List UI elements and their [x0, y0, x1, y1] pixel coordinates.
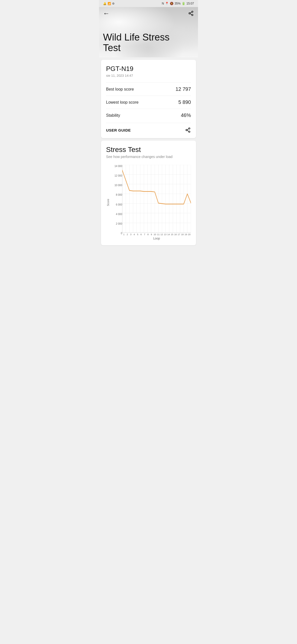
x-tick-7: 7	[143, 233, 146, 236]
x-tick-2: 2	[126, 233, 129, 236]
stress-chart-svg	[122, 165, 191, 233]
hero-title: Wild Life StressTest	[103, 32, 170, 53]
status-bar: 🔔 📶 ⚙ N 📍 🔕 35% 🔋 15:07	[99, 0, 198, 7]
y-axis-label: Score	[106, 165, 110, 240]
notification-icon: 🔔	[103, 2, 107, 5]
stress-test-title: Stress Test	[106, 146, 191, 154]
svg-line-4	[190, 12, 192, 13]
x-tick-20: 20	[187, 233, 191, 236]
x-tick-labels: 1 2 3 4 5 6 7 8 9 10 11 12 13 14 15 16 1…	[122, 233, 191, 236]
best-loop-row: Best loop score 12 797	[106, 83, 191, 96]
lowest-loop-row: Lowest loop score 5 890	[106, 96, 191, 109]
x-tick-3: 3	[129, 233, 133, 236]
y-tick-14000: 14 000	[111, 165, 122, 168]
best-loop-value: 12 797	[176, 86, 191, 92]
x-tick-4: 4	[133, 233, 136, 236]
share-button[interactable]	[188, 10, 194, 16]
x-tick-9: 9	[150, 233, 153, 236]
x-tick-1: 1	[122, 233, 126, 236]
best-loop-label: Best loop score	[106, 87, 134, 92]
x-tick-11: 11	[157, 233, 160, 236]
x-tick-15: 15	[170, 233, 174, 236]
x-tick-5: 5	[136, 233, 140, 236]
svg-line-9	[187, 129, 189, 130]
x-tick-17: 17	[177, 233, 181, 236]
lowest-loop-label: Lowest loop score	[106, 100, 139, 105]
time-display: 15:07	[186, 2, 194, 5]
hero-section: ← Wild Life StressTest	[99, 7, 198, 57]
device-date: sie 11, 2023 14:47	[106, 74, 191, 77]
y-tick-8000: 8 000	[111, 193, 122, 196]
result-card: PGT-N19 sie 11, 2023 14:47 Best loop sco…	[101, 60, 196, 138]
settings-icon: ⚙	[112, 2, 115, 5]
y-tick-10000: 10 000	[111, 184, 122, 187]
stability-value: 46%	[181, 112, 191, 118]
user-guide-row[interactable]: USER GUIDE	[106, 123, 191, 133]
device-name: PGT-N19	[106, 65, 191, 73]
location-icon: 📍	[165, 2, 169, 5]
battery-icon: 🔋	[182, 2, 185, 5]
chart-plot-wrapper: 1 2 3 4 5 6 7 8 9 10 11 12 13 14 15 16 1…	[122, 165, 191, 240]
stress-test-subtitle: See how performance changes under load	[106, 155, 191, 159]
wifi-icon: 📶	[108, 2, 111, 5]
status-left-icons: 🔔 📶 ⚙	[103, 2, 115, 5]
y-tick-labels: 0 2 000 4 000 6 000 8 000 10 000 12 000 …	[111, 165, 122, 240]
user-guide-share-icon[interactable]	[185, 127, 191, 133]
battery-percent: 35%	[175, 2, 181, 5]
user-guide-label[interactable]: USER GUIDE	[106, 128, 131, 132]
nfc-icon: N	[162, 2, 164, 5]
stability-row: Stability 46%	[106, 109, 191, 122]
svg-line-8	[187, 130, 189, 131]
x-tick-6: 6	[139, 233, 143, 236]
y-tick-6000: 6 000	[111, 203, 122, 206]
stability-label: Stability	[106, 113, 120, 118]
x-tick-10: 10	[153, 233, 157, 236]
y-tick-4000: 4 000	[111, 213, 122, 216]
bell-off-icon: 🔕	[170, 2, 174, 5]
svg-line-3	[190, 14, 192, 15]
x-tick-19: 19	[184, 233, 188, 236]
x-tick-12: 12	[160, 233, 163, 236]
status-right-icons: N 📍 🔕 35% 🔋 15:07	[162, 2, 194, 5]
y-tick-2000: 2 000	[111, 222, 122, 225]
x-tick-18: 18	[181, 233, 184, 236]
x-tick-14: 14	[167, 233, 171, 236]
x-tick-13: 13	[163, 233, 167, 236]
x-axis-title: Loop	[122, 237, 191, 240]
chart-svg-container	[122, 165, 191, 233]
lowest-loop-value: 5 890	[178, 99, 191, 105]
hero-navigation: ←	[99, 7, 198, 20]
y-tick-12000: 12 000	[111, 174, 122, 177]
stress-test-card: Stress Test See how performance changes …	[101, 141, 196, 245]
x-tick-16: 16	[174, 233, 177, 236]
y-tick-0: 0	[111, 232, 122, 235]
chart-area: Score 0 2 000 4 000 6 000 8 000 10 000 1…	[106, 165, 191, 240]
back-button[interactable]: ←	[103, 10, 110, 17]
x-tick-8: 8	[146, 233, 150, 236]
